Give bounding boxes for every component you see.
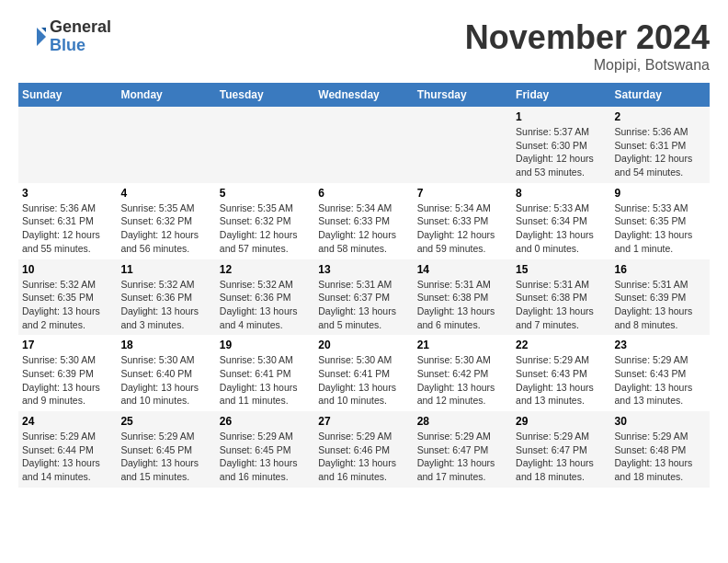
logo-blue: Blue [50, 37, 111, 55]
calendar-cell [314, 107, 413, 183]
svg-marker-1 [41, 28, 46, 32]
month-title: November 2024 [465, 18, 710, 57]
calendar-cell [18, 107, 117, 183]
calendar-cell: 29Sunrise: 5:29 AMSunset: 6:47 PMDayligh… [512, 411, 610, 488]
day-number: 17 [22, 339, 113, 351]
day-number: 12 [220, 263, 311, 276]
day-number: 10 [22, 263, 113, 276]
calendar-cell: 9Sunrise: 5:33 AMSunset: 6:35 PMDaylight… [611, 183, 710, 259]
day-info: Sunrise: 5:29 AMSunset: 6:43 PMDaylight:… [516, 353, 607, 408]
weekday-header-tuesday: Tuesday [216, 83, 314, 107]
day-info: Sunrise: 5:32 AMSunset: 6:35 PMDaylight:… [22, 278, 113, 332]
calendar-cell: 25Sunrise: 5:29 AMSunset: 6:45 PMDayligh… [117, 411, 215, 488]
day-info: Sunrise: 5:37 AMSunset: 6:30 PMDaylight:… [516, 125, 607, 179]
day-info: Sunrise: 5:29 AMSunset: 6:47 PMDaylight:… [516, 430, 607, 484]
calendar-cell: 21Sunrise: 5:30 AMSunset: 6:42 PMDayligh… [414, 335, 512, 411]
weekday-header-monday: Monday [117, 83, 215, 107]
day-number: 16 [615, 263, 706, 276]
day-number: 11 [120, 263, 211, 276]
calendar-cell: 18Sunrise: 5:30 AMSunset: 6:40 PMDayligh… [117, 335, 215, 411]
calendar-cell: 1Sunrise: 5:37 AMSunset: 6:30 PMDaylight… [512, 107, 610, 183]
day-number: 14 [417, 263, 508, 276]
day-info: Sunrise: 5:36 AMSunset: 6:31 PMDaylight:… [22, 201, 113, 256]
day-info: Sunrise: 5:36 AMSunset: 6:31 PMDaylight:… [615, 125, 706, 179]
calendar-cell: 2Sunrise: 5:36 AMSunset: 6:31 PMDaylight… [611, 107, 710, 183]
day-info: Sunrise: 5:31 AMSunset: 6:39 PMDaylight:… [615, 278, 706, 332]
day-info: Sunrise: 5:29 AMSunset: 6:45 PMDaylight:… [220, 430, 311, 484]
day-number: 27 [318, 415, 409, 428]
calendar-cell: 14Sunrise: 5:31 AMSunset: 6:38 PMDayligh… [414, 259, 512, 336]
calendar-cell: 17Sunrise: 5:30 AMSunset: 6:39 PMDayligh… [18, 335, 117, 411]
calendar-cell: 8Sunrise: 5:33 AMSunset: 6:34 PMDaylight… [512, 183, 610, 259]
day-number: 24 [22, 415, 113, 428]
day-number: 6 [318, 187, 409, 200]
day-info: Sunrise: 5:30 AMSunset: 6:41 PMDaylight:… [318, 353, 409, 408]
calendar-cell [216, 107, 314, 183]
day-number: 8 [516, 187, 607, 200]
calendar-cell: 23Sunrise: 5:29 AMSunset: 6:43 PMDayligh… [611, 335, 710, 411]
weekday-header-row: SundayMondayTuesdayWednesdayThursdayFrid… [18, 83, 710, 107]
day-number: 30 [615, 415, 706, 428]
calendar-cell [414, 107, 512, 183]
day-info: Sunrise: 5:29 AMSunset: 6:45 PMDaylight:… [120, 430, 211, 484]
calendar-cell: 7Sunrise: 5:34 AMSunset: 6:33 PMDaylight… [414, 183, 512, 259]
page-header: General Blue November 2024 Mopipi, Botsw… [18, 18, 710, 74]
logo-general: General [50, 18, 111, 37]
week-row-2: 3Sunrise: 5:36 AMSunset: 6:31 PMDaylight… [18, 183, 710, 259]
day-number: 4 [120, 187, 211, 200]
calendar-cell: 15Sunrise: 5:31 AMSunset: 6:38 PMDayligh… [512, 259, 610, 336]
week-row-3: 10Sunrise: 5:32 AMSunset: 6:35 PMDayligh… [18, 259, 710, 336]
calendar-cell: 4Sunrise: 5:35 AMSunset: 6:32 PMDaylight… [117, 183, 215, 259]
day-number: 15 [516, 263, 607, 276]
calendar-cell: 13Sunrise: 5:31 AMSunset: 6:37 PMDayligh… [314, 259, 413, 336]
calendar-cell: 30Sunrise: 5:29 AMSunset: 6:48 PMDayligh… [611, 411, 710, 488]
day-number: 7 [417, 187, 508, 200]
weekday-header-saturday: Saturday [611, 83, 710, 107]
day-info: Sunrise: 5:29 AMSunset: 6:43 PMDaylight:… [615, 353, 706, 408]
calendar-cell: 16Sunrise: 5:31 AMSunset: 6:39 PMDayligh… [611, 259, 710, 336]
day-number: 28 [417, 415, 508, 428]
day-info: Sunrise: 5:34 AMSunset: 6:33 PMDaylight:… [318, 201, 409, 256]
calendar-cell: 6Sunrise: 5:34 AMSunset: 6:33 PMDaylight… [314, 183, 413, 259]
logo-icon [18, 23, 46, 51]
calendar-cell: 20Sunrise: 5:30 AMSunset: 6:41 PMDayligh… [314, 335, 413, 411]
day-info: Sunrise: 5:33 AMSunset: 6:34 PMDaylight:… [516, 201, 607, 256]
day-info: Sunrise: 5:34 AMSunset: 6:33 PMDaylight:… [417, 201, 508, 256]
calendar-cell: 19Sunrise: 5:30 AMSunset: 6:41 PMDayligh… [216, 335, 314, 411]
day-info: Sunrise: 5:32 AMSunset: 6:36 PMDaylight:… [120, 278, 211, 332]
day-info: Sunrise: 5:33 AMSunset: 6:35 PMDaylight:… [615, 201, 706, 256]
calendar-table: SundayMondayTuesdayWednesdayThursdayFrid… [18, 83, 710, 488]
day-number: 21 [417, 339, 508, 351]
day-number: 2 [615, 110, 706, 123]
day-number: 20 [318, 339, 409, 351]
weekday-header-friday: Friday [512, 83, 610, 107]
day-number: 5 [220, 187, 311, 200]
day-number: 26 [220, 415, 311, 428]
day-info: Sunrise: 5:30 AMSunset: 6:40 PMDaylight:… [120, 353, 211, 408]
week-row-1: 1Sunrise: 5:37 AMSunset: 6:30 PMDaylight… [18, 107, 710, 183]
calendar-cell: 28Sunrise: 5:29 AMSunset: 6:47 PMDayligh… [414, 411, 512, 488]
location: Mopipi, Botswana [465, 57, 710, 74]
day-number: 1 [516, 110, 607, 123]
day-info: Sunrise: 5:31 AMSunset: 6:38 PMDaylight:… [417, 278, 508, 332]
day-info: Sunrise: 5:29 AMSunset: 6:44 PMDaylight:… [22, 430, 113, 484]
calendar-cell: 11Sunrise: 5:32 AMSunset: 6:36 PMDayligh… [117, 259, 215, 336]
day-info: Sunrise: 5:35 AMSunset: 6:32 PMDaylight:… [120, 201, 211, 256]
day-number: 13 [318, 263, 409, 276]
calendar-cell: 24Sunrise: 5:29 AMSunset: 6:44 PMDayligh… [18, 411, 117, 488]
day-number: 3 [22, 187, 113, 200]
day-info: Sunrise: 5:29 AMSunset: 6:46 PMDaylight:… [318, 430, 409, 484]
day-info: Sunrise: 5:30 AMSunset: 6:42 PMDaylight:… [417, 353, 508, 408]
week-row-5: 24Sunrise: 5:29 AMSunset: 6:44 PMDayligh… [18, 411, 710, 488]
day-info: Sunrise: 5:30 AMSunset: 6:39 PMDaylight:… [22, 353, 113, 408]
day-number: 18 [120, 339, 211, 351]
logo: General Blue [18, 18, 111, 55]
day-info: Sunrise: 5:30 AMSunset: 6:41 PMDaylight:… [220, 353, 311, 408]
weekday-header-wednesday: Wednesday [314, 83, 413, 107]
calendar-cell: 27Sunrise: 5:29 AMSunset: 6:46 PMDayligh… [314, 411, 413, 488]
calendar-cell: 26Sunrise: 5:29 AMSunset: 6:45 PMDayligh… [216, 411, 314, 488]
day-info: Sunrise: 5:35 AMSunset: 6:32 PMDaylight:… [220, 201, 311, 256]
day-number: 23 [615, 339, 706, 351]
weekday-header-thursday: Thursday [414, 83, 512, 107]
day-info: Sunrise: 5:31 AMSunset: 6:38 PMDaylight:… [516, 278, 607, 332]
